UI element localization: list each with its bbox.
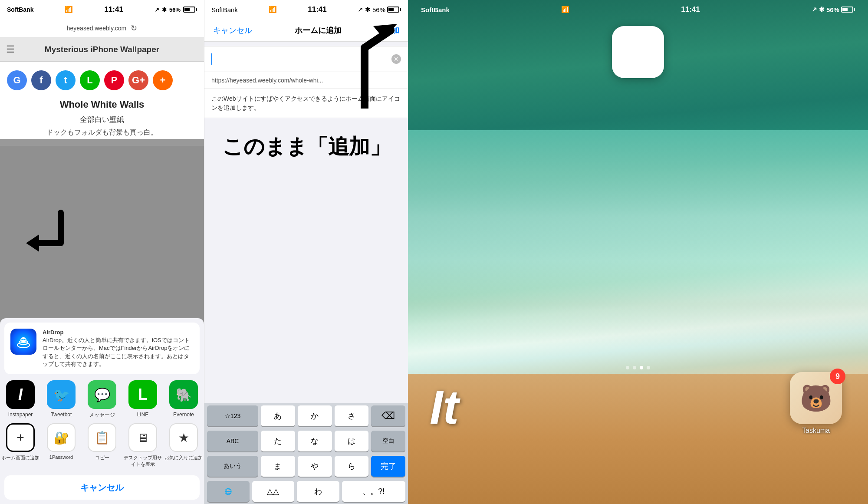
desktop-icon: 🖥 [128,423,157,452]
action-copy[interactable]: 📋 コピー [82,423,122,468]
svg-point-3 [22,337,25,339]
action-homescreen[interactable]: + ホーム画面に追加 [0,423,41,468]
page-title-1: Whole White Walls [7,99,197,110]
taskuma-label: Taskuma [802,427,830,435]
dot-1 [626,366,629,369]
japanese-keyboard: ☆123 あ か さ ⌫ ABC た な は 空白 あいう ま や ら 完了 🌐… [204,403,408,504]
kb-key-punct2[interactable]: 、。?! [342,481,405,502]
panel-3: SoftBank 📶 11:41 ↗ ✱ 56% It 🐻 9 [408,0,868,504]
white-app-icon[interactable] [612,26,664,78]
kb-key-a[interactable]: あ [261,405,295,426]
taskuma-badge: 9 [830,369,845,384]
tweetbot-icon: 🐦 [47,380,76,409]
1password-label: 1Password [49,455,73,460]
copy-icon: 📋 [88,423,116,452]
kb-key-ka[interactable]: か [298,405,332,426]
app-messages[interactable]: 💬 メッセージ [82,380,122,419]
share-google[interactable]: G [7,70,27,90]
action-bookmark[interactable]: ★ お気に入りに追加 [163,423,204,468]
cancel-button-1[interactable]: キャンセル [4,475,200,500]
battery-icon-3 [841,7,855,13]
kb-key-punct1[interactable]: △△ [252,481,295,502]
bluetooth-icon-1: ✱ [162,7,167,13]
add-button-2[interactable]: 追加 [384,25,399,36]
it-text: It [430,380,459,434]
cancel-button-2[interactable]: キャンセル [213,25,252,36]
share-sheet-inner: AirDrop AirDrop。近くの人と簡単に共有できます。iOSではコントロ… [0,318,204,504]
kb-key-ra[interactable]: ら [335,456,369,477]
menu-icon-1[interactable]: ☰ [6,44,15,55]
kb-key-ma[interactable]: ま [261,456,295,477]
kb-key-delete[interactable]: ⌫ [371,405,405,426]
app-tweetbot[interactable]: 🐦 Tweetbot [41,380,82,419]
action-desktop[interactable]: 🖥 デスクトップ用サイトを表示 [122,423,163,468]
share-facebook[interactable]: f [31,70,51,90]
url-display-2: https://heyeased.weebly.com/whole-whi... [204,72,408,89]
homescreen-icon: + [6,423,35,452]
kb-key-wa[interactable]: わ [297,481,339,502]
messages-icon: 💬 [88,380,116,409]
carrier-3: SoftBank [421,6,450,13]
app-instapaper[interactable]: I Instapaper [0,380,41,419]
kb-key-sa[interactable]: さ [335,405,369,426]
actions-row: + ホーム画面に追加 🔐 1Password 📋 コピー 🖥 デスクトップ用サイ… [0,419,204,472]
wifi-icon-2: 📶 [269,6,277,13]
dot-4 [647,366,650,369]
share-twitter[interactable]: t [56,70,76,90]
page-desc-1: ドックもフォルダも背景も真っ白。 [7,128,197,137]
app-evernote[interactable]: 🐘 Evernote [163,380,204,419]
url-text-2: https://heyeased.weebly.com/whole-whi... [211,77,323,84]
kb-key-space[interactable]: 空白 [371,431,405,451]
share-more[interactable]: + [153,70,173,90]
site-title-1: Mysterious iPhone Wallpaper [45,45,159,54]
kb-key-ya[interactable]: や [298,456,332,477]
kb-key-abc[interactable]: ABC [207,431,258,451]
airdrop-section: AirDrop AirDrop。近くの人と簡単に共有できます。iOSではコントロ… [4,323,200,374]
bluetooth-icon-3: ✱ [819,6,825,13]
airdrop-text: AirDrop AirDrop。近くの人と簡単に共有できます。iOSではコントロ… [43,329,194,368]
airdrop-icon [10,329,36,355]
battery-label-2: 56% [372,6,385,13]
instapaper-label: Instapaper [8,412,33,418]
action-1password[interactable]: 🔐 1Password [41,423,82,468]
page-dots [626,366,650,369]
status-bar-3: SoftBank 📶 11:41 ↗ ✱ 56% [408,0,868,19]
tweetbot-label: Tweetbot [51,412,72,418]
share-sheet-overlay: AirDrop AirDrop。近くの人と簡単に共有できます。iOSではコントロ… [0,139,204,504]
kb-row-3: あいう ま や ら 完了 [204,454,408,479]
kb-row-2: ABC た な は 空白 [204,428,408,454]
url-bar-1[interactable]: heyeased.weebly.com ↻ [0,19,204,37]
time-2: 11:41 [308,5,326,14]
kb-key-kana[interactable]: あいう [207,456,258,477]
share-pinterest[interactable]: P [104,70,124,90]
kb-key-ta[interactable]: た [261,431,295,451]
battery-label-3: 56% [826,6,839,13]
location-icon-3: ↗ [812,6,817,13]
big-instruction-text: このまま「追加」 [204,118,408,167]
clear-input-button[interactable]: ✕ [391,54,401,64]
panel-1: SoftBank 📶 11:41 ↗ ✱ 56% heyeased.weebly… [0,0,204,504]
kb-row-4: 🌐 △△ わ 、。?! [204,479,408,504]
kb-key-ha[interactable]: は [335,431,369,451]
kb-key-numeric[interactable]: ☆123 [207,405,258,426]
app-line[interactable]: L LINE [122,380,163,419]
water-overlay [408,130,868,347]
share-line[interactable]: L [80,70,100,90]
status-icons-3: ↗ ✱ 56% [812,6,855,13]
copy-label: コピー [95,455,109,461]
desc-text-2: このWebサイトにすばやくアクセスできるようにホーム画面にアイコンを追加します。 [211,95,400,111]
status-bar-1: SoftBank 📶 11:41 ↗ ✱ 56% [0,0,204,19]
name-input-section[interactable]: ✕ [204,46,408,72]
top-bar-2: キャンセル ホームに追加 追加 [204,19,408,42]
kb-key-globe[interactable]: 🌐 [207,481,250,502]
messages-label: メッセージ [89,412,115,419]
reload-icon-1[interactable]: ↻ [131,23,137,33]
instapaper-icon: I [6,380,35,409]
kb-key-done[interactable]: 完了 [371,456,405,477]
status-icons-1: ↗ ✱ 56% [155,7,197,13]
share-gplus[interactable]: G+ [128,70,148,90]
taskuma-app[interactable]: 🐻 9 Taskuma [790,372,842,435]
kb-key-na[interactable]: な [298,431,332,451]
location-icon-1: ↗ [155,7,159,13]
bookmark-icon: ★ [169,423,198,452]
